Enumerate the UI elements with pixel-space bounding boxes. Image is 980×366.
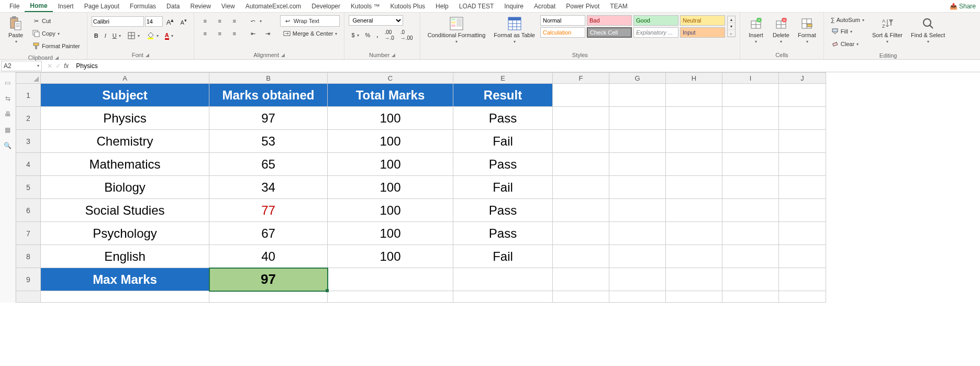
sidebar-icon-3[interactable]: 🖶: [4, 110, 12, 118]
menu-inquire[interactable]: Inquire: [499, 1, 529, 12]
cell[interactable]: English: [41, 245, 209, 268]
col-header-F[interactable]: F: [553, 72, 609, 84]
font-dialog-launcher[interactable]: ◢: [146, 52, 149, 58]
cell[interactable]: Pass: [453, 107, 553, 130]
font-name-combo[interactable]: [92, 16, 144, 27]
row-header[interactable]: 2: [16, 107, 41, 130]
col-header-C[interactable]: C: [328, 72, 453, 84]
cell[interactable]: 40: [209, 245, 328, 268]
bold-button[interactable]: B: [92, 31, 101, 40]
decrease-font-button[interactable]: A▾: [177, 16, 189, 27]
decrease-indent-button[interactable]: ⇤: [247, 28, 260, 39]
cell[interactable]: 100: [328, 245, 453, 268]
cell[interactable]: 97: [209, 107, 328, 130]
style-explanatory[interactable]: Explanatory ...: [633, 27, 678, 38]
paste-button[interactable]: Paste▾: [4, 15, 27, 45]
cell[interactable]: [609, 176, 666, 199]
cell[interactable]: 100: [328, 176, 453, 199]
cell[interactable]: Pass: [453, 222, 553, 245]
cancel-formula-icon[interactable]: ✕: [47, 62, 52, 70]
insert-cells-button[interactable]: +Insert▾: [744, 15, 767, 45]
menu-formulas[interactable]: Formulas: [125, 1, 161, 12]
style-normal[interactable]: Normal: [540, 15, 585, 26]
cell[interactable]: [609, 107, 666, 130]
style-bad[interactable]: Bad: [587, 15, 632, 26]
autosum-button[interactable]: ∑AutoSum▾: [828, 15, 867, 25]
cell[interactable]: Subject: [41, 84, 209, 107]
cell[interactable]: 100: [328, 199, 453, 222]
cell[interactable]: [722, 176, 779, 199]
cell[interactable]: [553, 176, 609, 199]
cell[interactable]: Result: [453, 84, 553, 107]
fill-color-button[interactable]: ▾: [143, 30, 161, 41]
fill-button[interactable]: Fill▾: [828, 26, 867, 37]
menu-kutools-plus[interactable]: Kutools Plus: [385, 1, 430, 12]
sidebar-icon-5[interactable]: 🔍: [4, 141, 12, 150]
cell[interactable]: 67: [209, 222, 328, 245]
italic-button[interactable]: I: [102, 31, 109, 40]
cell[interactable]: Pass: [453, 153, 553, 176]
cell[interactable]: [553, 130, 609, 153]
cell[interactable]: 34: [209, 176, 328, 199]
find-select-button[interactable]: Find & Select▾: [908, 15, 948, 45]
cell[interactable]: [666, 291, 722, 303]
increase-decimal-button[interactable]: .00→.0: [382, 28, 396, 42]
percent-format-button[interactable]: %: [363, 30, 373, 40]
clipboard-dialog-launcher[interactable]: ◢: [55, 55, 59, 60]
decrease-decimal-button[interactable]: .0→.00: [398, 28, 416, 42]
row-header[interactable]: 7: [16, 222, 41, 245]
borders-button[interactable]: ▾: [125, 30, 142, 41]
menu-page-layout[interactable]: Page Layout: [79, 1, 125, 12]
menu-help[interactable]: Help: [430, 1, 454, 12]
cell[interactable]: [553, 84, 609, 107]
cell[interactable]: [779, 222, 826, 245]
cell[interactable]: [609, 291, 666, 303]
fx-icon[interactable]: fx: [64, 62, 69, 70]
cell[interactable]: [666, 107, 722, 130]
format-cells-button[interactable]: Format▾: [795, 15, 819, 45]
formula-input[interactable]: [73, 61, 980, 71]
cell[interactable]: [779, 199, 826, 222]
merge-center-button[interactable]: Merge & Center▾: [280, 28, 340, 39]
cell[interactable]: Mathematics: [41, 153, 209, 176]
styles-scroll[interactable]: ▴▾⌄: [727, 16, 736, 37]
col-header-J[interactable]: J: [779, 72, 826, 84]
cell[interactable]: [609, 130, 666, 153]
cell[interactable]: [666, 176, 722, 199]
cell[interactable]: Marks obtained: [209, 84, 328, 107]
cell[interactable]: 100: [328, 153, 453, 176]
cell[interactable]: [609, 268, 666, 291]
row-header[interactable]: 4: [16, 153, 41, 176]
cell[interactable]: [609, 153, 666, 176]
cell[interactable]: [553, 245, 609, 268]
align-center-button[interactable]: ≡: [213, 28, 227, 39]
col-header-I[interactable]: I: [722, 72, 779, 84]
style-input[interactable]: Input: [680, 27, 725, 38]
cell[interactable]: Physics: [41, 107, 209, 130]
style-calculation[interactable]: Calculation: [540, 27, 585, 38]
cell[interactable]: Fail: [453, 176, 553, 199]
align-middle-button[interactable]: ≡: [213, 15, 227, 27]
align-bottom-button[interactable]: ≡: [228, 15, 241, 27]
row-header[interactable]: 8: [16, 245, 41, 268]
cell[interactable]: [666, 268, 722, 291]
cell[interactable]: [666, 245, 722, 268]
cell[interactable]: [779, 176, 826, 199]
cell[interactable]: 77: [209, 199, 328, 222]
cell[interactable]: [666, 84, 722, 107]
font-size-combo[interactable]: [145, 16, 163, 27]
alignment-dialog-launcher[interactable]: ◢: [281, 52, 285, 58]
cell[interactable]: 97: [209, 268, 328, 291]
conditional-formatting-button[interactable]: Conditional Formatting▾: [425, 15, 489, 45]
cell[interactable]: Chemistry: [41, 130, 209, 153]
cell[interactable]: [722, 107, 779, 130]
menu-developer[interactable]: Developer: [306, 1, 346, 12]
style-good[interactable]: Good: [633, 15, 678, 26]
wrap-text-button[interactable]: ↩Wrap Text: [280, 15, 340, 27]
name-box[interactable]: A2▾: [1, 61, 42, 71]
increase-indent-button[interactable]: ⇥: [261, 28, 275, 39]
cell[interactable]: 100: [328, 222, 453, 245]
menu-kutools[interactable]: Kutools ™: [346, 1, 385, 12]
increase-font-button[interactable]: A▴: [164, 15, 177, 28]
cell[interactable]: [722, 153, 779, 176]
